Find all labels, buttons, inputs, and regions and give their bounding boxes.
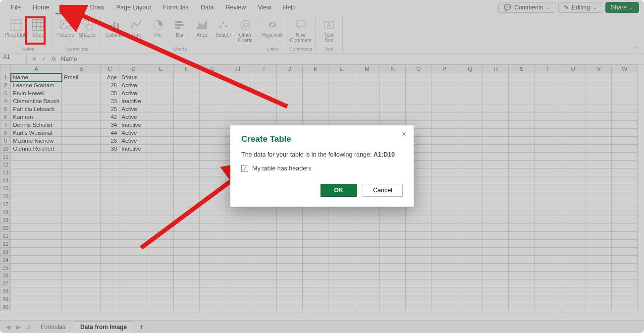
- cell[interactable]: [200, 121, 225, 129]
- cell[interactable]: [431, 145, 457, 153]
- cell[interactable]: [277, 73, 303, 81]
- share-button[interactable]: Share⌄: [605, 2, 639, 13]
- row-header[interactable]: 20: [0, 224, 11, 232]
- cell[interactable]: [148, 73, 174, 81]
- cell[interactable]: [354, 240, 380, 248]
- col-header-D[interactable]: D: [119, 65, 148, 73]
- cell[interactable]: [200, 303, 225, 311]
- cell[interactable]: [612, 129, 638, 137]
- cell[interactable]: [148, 272, 174, 279]
- cell[interactable]: [119, 272, 148, 279]
- cell[interactable]: [483, 200, 509, 208]
- cell[interactable]: [328, 248, 354, 256]
- cell[interactable]: [148, 105, 174, 113]
- row-header[interactable]: 17: [0, 200, 11, 208]
- cell[interactable]: [380, 295, 406, 303]
- cell[interactable]: [62, 121, 101, 129]
- cell[interactable]: [328, 303, 354, 311]
- row-header[interactable]: 1: [0, 73, 11, 81]
- row-header[interactable]: 24: [0, 256, 11, 264]
- cell[interactable]: [586, 168, 612, 176]
- cell[interactable]: [406, 295, 431, 303]
- cell[interactable]: [483, 216, 509, 224]
- cell[interactable]: Inactive: [119, 97, 148, 105]
- enter-icon[interactable]: ✓: [42, 56, 47, 62]
- cell[interactable]: 28: [101, 81, 119, 89]
- cell[interactable]: [251, 272, 277, 279]
- cell[interactable]: [586, 121, 612, 129]
- cell[interactable]: [174, 81, 200, 89]
- cell[interactable]: [586, 176, 612, 184]
- cell[interactable]: [328, 73, 354, 81]
- cell[interactable]: [431, 303, 457, 311]
- cell[interactable]: [406, 248, 431, 256]
- tab-next-icon[interactable]: ▶: [14, 323, 23, 332]
- cell[interactable]: [354, 295, 380, 303]
- cell[interactable]: [277, 216, 303, 224]
- cell[interactable]: [251, 303, 277, 311]
- col-header-P[interactable]: P: [431, 65, 457, 73]
- cell[interactable]: [509, 89, 535, 97]
- row-header[interactable]: 2: [0, 81, 11, 89]
- cell[interactable]: [483, 176, 509, 184]
- cell[interactable]: [406, 81, 431, 89]
- cell[interactable]: [612, 153, 638, 161]
- cell[interactable]: [174, 97, 200, 105]
- cell[interactable]: 34: [101, 121, 119, 129]
- cell[interactable]: [431, 137, 457, 145]
- formula-value[interactable]: Name: [59, 56, 77, 62]
- cell[interactable]: [380, 89, 406, 97]
- cell[interactable]: [457, 200, 483, 208]
- cell[interactable]: [328, 81, 354, 89]
- cell[interactable]: [560, 208, 586, 216]
- cell[interactable]: [431, 153, 457, 161]
- cell[interactable]: [406, 272, 431, 279]
- cell[interactable]: [509, 161, 535, 168]
- cell[interactable]: [612, 73, 638, 81]
- cell[interactable]: [586, 200, 612, 208]
- cell[interactable]: [509, 279, 535, 287]
- ribbon-pictures[interactable]: Pictures: [55, 17, 76, 39]
- cell[interactable]: [509, 113, 535, 121]
- cell[interactable]: [200, 145, 225, 153]
- cell[interactable]: [431, 248, 457, 256]
- row-header[interactable]: 13: [0, 168, 11, 176]
- cell[interactable]: [431, 272, 457, 279]
- cell[interactable]: [560, 145, 586, 153]
- cell[interactable]: [101, 303, 119, 311]
- cell[interactable]: [11, 176, 62, 184]
- cell[interactable]: [62, 295, 101, 303]
- cell[interactable]: [277, 208, 303, 216]
- cell[interactable]: [251, 256, 277, 264]
- cell[interactable]: [457, 303, 483, 311]
- cell[interactable]: [431, 208, 457, 216]
- cell[interactable]: [225, 208, 251, 216]
- cell[interactable]: Active: [119, 113, 148, 121]
- cell[interactable]: [380, 272, 406, 279]
- cell[interactable]: [303, 279, 328, 287]
- cell[interactable]: [535, 153, 560, 161]
- cell[interactable]: [174, 161, 200, 168]
- cell[interactable]: [101, 256, 119, 264]
- cell[interactable]: [509, 105, 535, 113]
- menu-view[interactable]: View: [252, 1, 277, 14]
- cell[interactable]: [586, 184, 612, 192]
- cell[interactable]: [431, 216, 457, 224]
- cell[interactable]: [560, 303, 586, 311]
- cell[interactable]: [535, 264, 560, 272]
- cell[interactable]: [200, 272, 225, 279]
- cell[interactable]: [303, 240, 328, 248]
- cell[interactable]: [483, 97, 509, 105]
- cell[interactable]: [586, 287, 612, 295]
- row-header[interactable]: 8: [0, 129, 11, 137]
- cell[interactable]: [251, 113, 277, 121]
- cell[interactable]: [11, 224, 62, 232]
- cell[interactable]: [354, 97, 380, 105]
- cell[interactable]: [586, 248, 612, 256]
- cell[interactable]: [560, 137, 586, 145]
- cell[interactable]: [62, 129, 101, 137]
- cancel-button[interactable]: Cancel: [363, 184, 403, 197]
- cell[interactable]: [303, 81, 328, 89]
- cell[interactable]: [277, 232, 303, 240]
- cell[interactable]: [509, 81, 535, 89]
